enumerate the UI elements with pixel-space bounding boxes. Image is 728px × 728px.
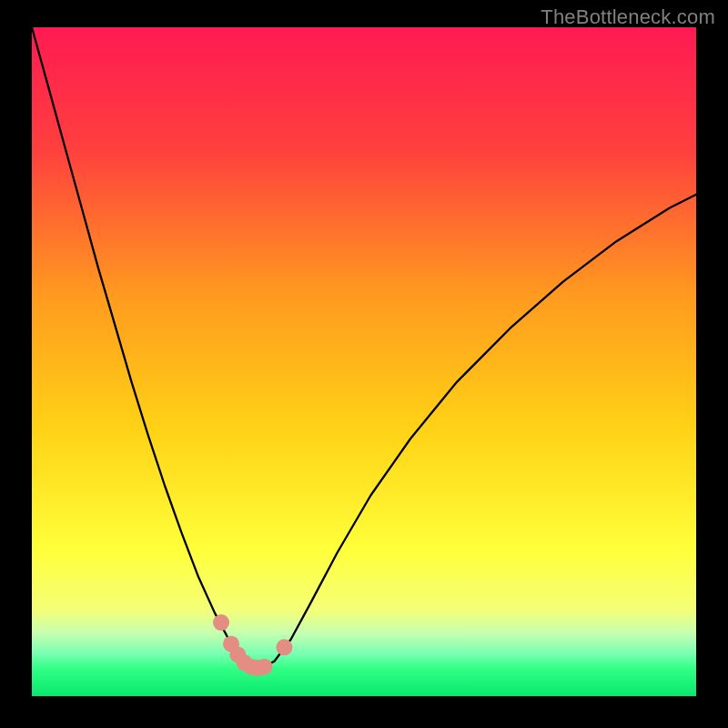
bottleneck-chart (0, 0, 728, 728)
chart-stage: TheBottleneck.com (0, 0, 728, 728)
highlight-dot (257, 659, 273, 675)
highlight-dot (276, 639, 292, 655)
watermark-label: TheBottleneck.com (541, 5, 715, 29)
highlight-dot (213, 614, 229, 631)
plot-background (32, 27, 696, 696)
